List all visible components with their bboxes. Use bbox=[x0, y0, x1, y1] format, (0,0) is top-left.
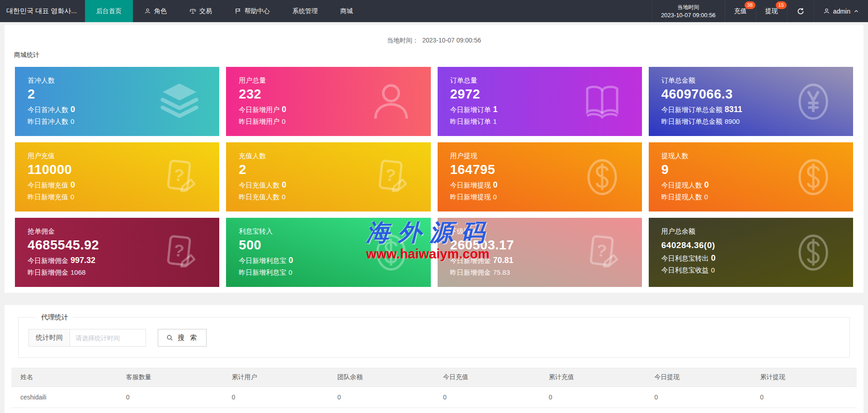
stat-card-first-charge-users: 首冲人数 2 今日首冲人数0 昨日首冲人数0 bbox=[15, 67, 219, 136]
local-time-line-value: 2023-10-07 09:00:56 bbox=[422, 37, 481, 44]
stat-card-order-amount: 订单总金额 46097066.3 今日新增订单总金额8311 昨日新增订单总金额… bbox=[649, 67, 853, 136]
nav-item-label: 商城 bbox=[340, 7, 353, 15]
recharge-badge: 38 bbox=[745, 1, 755, 9]
table-cell: 0 bbox=[434, 408, 540, 413]
recharge-nav-label: 充值 bbox=[734, 7, 747, 15]
table-cell: qwe001 bbox=[11, 408, 117, 413]
nav-item-label: 帮助中心 bbox=[245, 7, 270, 15]
table-cell: 0 bbox=[540, 387, 646, 408]
column-header: 今日充值 bbox=[434, 368, 540, 387]
nav-item-label: 交易 bbox=[199, 7, 212, 15]
column-header: 累计提现 bbox=[751, 368, 857, 387]
agent-table: 姓名客服数量累计用户团队余额今日充值累计充值今日提现累计提现 ceshidail… bbox=[11, 368, 857, 413]
stat-time-input[interactable] bbox=[70, 329, 146, 347]
nav-item-help-center[interactable]: 帮助中心 bbox=[223, 0, 281, 22]
table-cell: 0 bbox=[751, 387, 857, 408]
withdraw-nav-button[interactable]: 提现 15 bbox=[756, 0, 787, 22]
recharge-nav-button[interactable]: 充值 38 bbox=[725, 0, 756, 22]
flag-icon bbox=[235, 8, 241, 14]
stat-card-user-balance: 用户总余额 640284.36(0) 今日利息宝转出0 今日利息宝收益0 bbox=[649, 218, 853, 287]
user-icon bbox=[823, 8, 830, 14]
table-cell: ceshidaili bbox=[11, 387, 117, 408]
nav-item-system[interactable]: 系统管理 bbox=[281, 0, 329, 22]
column-header: 今日提现 bbox=[646, 368, 751, 387]
doc-edit-icon bbox=[159, 232, 200, 273]
dollar-icon bbox=[370, 232, 412, 273]
withdraw-nav-label: 提现 bbox=[765, 7, 778, 15]
table-row: ceshidaili0000000 bbox=[11, 387, 857, 408]
mall-statistics-panel: 当地时间：2023-10-07 09:00:56 商城统计 首冲人数 2 今日首… bbox=[5, 25, 863, 293]
table-row: qwe0010000000 bbox=[11, 408, 857, 413]
doc-edit-icon bbox=[159, 156, 200, 198]
column-header: 客服数量 bbox=[117, 368, 223, 387]
doc-edit-icon bbox=[370, 156, 412, 198]
local-time-label: 当地时间 bbox=[678, 4, 699, 11]
search-button-label: 搜 索 bbox=[178, 333, 198, 342]
stat-time-group: 统计时间 bbox=[28, 329, 146, 347]
navbar-local-time: 当地时间 2023-10-07 09:00:56 bbox=[651, 0, 725, 22]
dollar-icon bbox=[793, 156, 834, 198]
table-cell: 0 bbox=[646, 387, 751, 408]
stats-section-title: 商城统计 bbox=[14, 51, 853, 59]
chevron-up-icon bbox=[854, 9, 859, 14]
local-time-line: 当地时间：2023-10-07 09:00:56 bbox=[15, 37, 853, 45]
dollar-icon bbox=[581, 156, 623, 198]
table-cell: 0 bbox=[751, 408, 857, 413]
stat-card-interest-in: 利息宝转入 500 今日新增利息宝0 昨日新增利息宝0 bbox=[226, 218, 430, 287]
refresh-icon bbox=[797, 7, 805, 15]
column-header: 累计充值 bbox=[540, 368, 646, 387]
stat-card-order-commission: 抢单佣金 4685545.92 今日新增佣金997.32 昨日新增佣金1068 bbox=[15, 218, 219, 287]
local-time-value: 2023-10-07 09:00:56 bbox=[661, 11, 716, 19]
column-header: 姓名 bbox=[11, 368, 117, 387]
nav-menu: 后台首页角色交易帮助中心系统管理商城 bbox=[85, 0, 364, 22]
brand-title: 대한민국 대표 영화사... bbox=[0, 0, 85, 22]
table-cell: 0 bbox=[117, 387, 223, 408]
nav-item-label: 角色 bbox=[154, 7, 167, 15]
local-time-line-label: 当地时间： bbox=[387, 37, 419, 44]
nav-item-roles[interactable]: 角色 bbox=[133, 0, 178, 22]
stat-card-withdraw-users: 提现人数 9 今日提现人数0 昨日提现人数0 bbox=[649, 142, 853, 211]
withdraw-badge: 15 bbox=[776, 1, 787, 9]
refresh-button[interactable] bbox=[787, 0, 814, 22]
search-icon bbox=[166, 334, 174, 342]
layers-icon bbox=[159, 81, 200, 122]
nav-item-mall[interactable]: 商城 bbox=[329, 0, 364, 22]
top-navbar: 대한민국 대표 영화사... 后台首页角色交易帮助中心系统管理商城 当地时间 2… bbox=[0, 0, 868, 22]
nav-item-home[interactable]: 后台首页 bbox=[85, 0, 133, 22]
table-cell: 0 bbox=[646, 408, 751, 413]
navbar-right: 当地时间 2023-10-07 09:00:56 充值 38 提现 15 adm… bbox=[651, 0, 868, 22]
table-cell: 0 bbox=[328, 387, 434, 408]
stat-card-total-users: 用户总量 232 今日新增用户0 昨日新增用户0 bbox=[226, 67, 430, 136]
stat-card-user-withdraw: 用户提现 164795 今日新增提现0 昨日新增提现0 bbox=[438, 142, 642, 211]
nav-item-label: 系统管理 bbox=[292, 7, 318, 15]
stat-card-total-orders: 订单总量 2972 今日新增订单1 昨日新增订单1 bbox=[438, 67, 642, 136]
table-cell: 0 bbox=[328, 408, 434, 413]
nav-item-trade[interactable]: 交易 bbox=[178, 0, 223, 22]
agent-search-form: 统计时间 搜 索 bbox=[28, 329, 840, 347]
stat-card-recharge-users: 充值人数 2 今日充值人数0 昨日充值人数0 bbox=[226, 142, 430, 211]
scale-icon bbox=[189, 8, 196, 14]
table-cell: 0 bbox=[223, 408, 329, 413]
agent-legend: 代理统计 bbox=[37, 313, 73, 322]
column-header: 累计用户 bbox=[223, 368, 329, 387]
table-cell: 0 bbox=[223, 387, 329, 408]
column-header: 团队余额 bbox=[328, 368, 434, 387]
username: admin bbox=[833, 8, 850, 15]
dollar-icon bbox=[793, 232, 834, 273]
stat-card-sub-rebate: 下级返佣 260503.17 今日新增佣金70.81 昨日新增佣金75.83 bbox=[438, 218, 642, 287]
stat-cards-grid: 首冲人数 2 今日首冲人数0 昨日首冲人数0 用户总量 232 今日新增用户0 … bbox=[15, 67, 853, 287]
table-cell: 0 bbox=[540, 408, 646, 413]
agent-fieldset: 代理统计 统计时间 搜 索 bbox=[18, 313, 850, 358]
yen-icon bbox=[793, 81, 834, 122]
stat-card-user-recharge: 用户充值 110000 今日新增充值0 昨日新增充值0 bbox=[15, 142, 219, 211]
table-cell: 0 bbox=[117, 408, 223, 413]
search-button[interactable]: 搜 索 bbox=[158, 329, 207, 347]
stat-time-label: 统计时间 bbox=[28, 329, 70, 347]
book-icon bbox=[581, 81, 623, 122]
nav-item-label: 后台首页 bbox=[96, 7, 122, 15]
doc-edit-icon bbox=[581, 232, 623, 273]
user-icon bbox=[370, 81, 412, 122]
table-cell: 0 bbox=[434, 387, 540, 408]
user-menu[interactable]: admin bbox=[814, 0, 868, 22]
user-sm-icon bbox=[144, 8, 151, 14]
